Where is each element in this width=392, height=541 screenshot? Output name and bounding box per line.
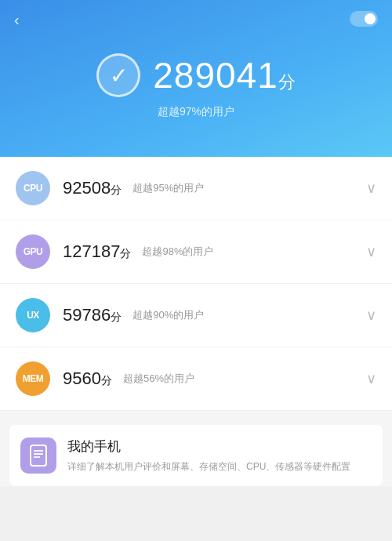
toggle-circle xyxy=(365,13,376,24)
mem-chevron-icon: ∨ xyxy=(366,370,376,387)
phone-icon xyxy=(20,438,56,474)
my-phone-card[interactable]: 我的手机 详细了解本机用户评价和屏幕、存储空间、CPU、传感器等硬件配置 xyxy=(9,425,383,486)
header-section: ‹ ✓ 289041分 超越97%的用户 xyxy=(0,0,392,157)
mem-badge: MEM xyxy=(16,361,50,396)
bottom-card-area: 我的手机 详细了解本机用户评价和屏幕、存储空间、CPU、传感器等硬件配置 xyxy=(0,411,392,486)
cpu-badge: CPU xyxy=(16,171,50,205)
phone-desc: 详细了解本机用户评价和屏幕、存储空间、CPU、传感器等硬件配置 xyxy=(67,459,372,474)
ux-badge: UX xyxy=(16,298,50,332)
gpu-percentile: 超越98%的用户 xyxy=(142,245,354,259)
main-score-value: 289041 xyxy=(153,55,278,96)
mem-content: 9560分 超越56%的用户 xyxy=(63,369,354,389)
back-button[interactable]: ‹ xyxy=(14,11,20,29)
mem-score: 9560分 xyxy=(63,369,112,389)
ux-chevron-icon: ∨ xyxy=(366,307,376,324)
ux-percentile: 超越90%的用户 xyxy=(132,308,354,322)
cpu-content: 92508分 超越95%的用户 xyxy=(63,178,354,198)
ux-score: 59786分 xyxy=(63,305,122,325)
score-item-ux[interactable]: UX 59786分 超越90%的用户 ∨ xyxy=(0,284,392,347)
gpu-badge: GPU xyxy=(16,234,50,269)
mem-percentile: 超越56%的用户 xyxy=(123,372,354,386)
svg-rect-0 xyxy=(31,445,46,466)
toggle-switch[interactable] xyxy=(350,11,378,27)
score-row: ✓ 289041分 xyxy=(96,53,296,97)
cpu-score: 92508分 xyxy=(63,178,122,198)
score-item-gpu[interactable]: GPU 127187分 超越98%的用户 ∨ xyxy=(0,220,392,284)
header-subtitle: 超越97%的用户 xyxy=(158,105,234,119)
check-circle-icon: ✓ xyxy=(96,53,140,97)
phone-title: 我的手机 xyxy=(67,438,372,456)
gpu-score: 127187分 xyxy=(63,241,131,262)
gpu-chevron-icon: ∨ xyxy=(366,243,376,260)
phone-text-area: 我的手机 详细了解本机用户评价和屏幕、存储空间、CPU、传感器等硬件配置 xyxy=(67,438,372,474)
score-item-mem[interactable]: MEM 9560分 超越56%的用户 ∨ xyxy=(0,347,392,411)
score-items-container: CPU 92508分 超越95%的用户 ∨ GPU 127187分 超越98%的… xyxy=(0,157,392,411)
ux-content: 59786分 超越90%的用户 xyxy=(63,305,354,325)
gpu-content: 127187分 超越98%的用户 xyxy=(63,241,354,262)
score-item-cpu[interactable]: CPU 92508分 超越95%的用户 ∨ xyxy=(0,157,392,220)
cpu-chevron-icon: ∨ xyxy=(366,180,376,197)
cpu-percentile: 超越95%的用户 xyxy=(132,181,354,195)
score-unit: 分 xyxy=(278,72,296,92)
main-score-display: 289041分 xyxy=(153,54,296,96)
